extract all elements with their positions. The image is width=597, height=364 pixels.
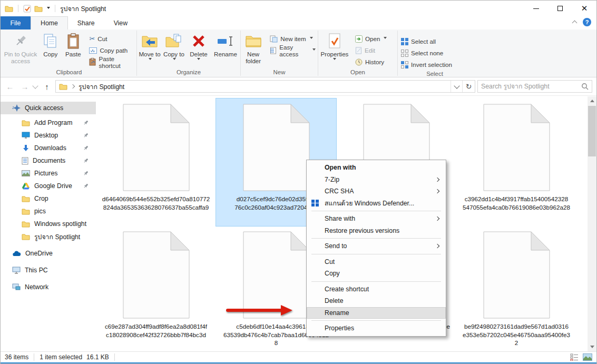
- address-dropdown-icon[interactable]: [451, 81, 462, 92]
- easy-access-icon: [270, 47, 277, 54]
- menu-item-cut[interactable]: Cut: [307, 256, 446, 268]
- file-tile[interactable]: be9f24980273161dad9e567d1ad0316e353e5b72…: [456, 226, 576, 353]
- forward-icon[interactable]: →: [18, 82, 31, 91]
- breadcrumb-chevron-icon[interactable]: [71, 84, 75, 88]
- quick-access-toolbar: [5, 5, 57, 13]
- menu-item-delete[interactable]: Delete: [307, 295, 446, 307]
- group-label-organize: Organize: [137, 68, 240, 77]
- file-tile[interactable]: d6464069b544e552b325efd70a810772824da365…: [96, 99, 216, 226]
- details-view-icon[interactable]: [570, 353, 579, 361]
- search-box[interactable]: [477, 80, 592, 93]
- paste-button[interactable]: Paste: [61, 31, 85, 57]
- copy-to-button[interactable]: Copy to: [162, 31, 186, 62]
- scroll-down-icon[interactable]: [588, 342, 596, 351]
- google-drive-icon: [22, 182, 30, 190]
- vertical-scrollbar[interactable]: [588, 96, 596, 351]
- group-organize: Move to Copy to Delete Rename Organize: [137, 29, 240, 77]
- file-tile[interactable]: c69e287ad304ff9adf8f6ea2a8d081f4fc180289…: [96, 226, 216, 353]
- cut-button[interactable]: ✂ Cut: [87, 33, 136, 44]
- sidebar-item-network[interactable]: Network: [1, 281, 96, 293]
- sidebar-item-pictures[interactable]: Pictures: [1, 167, 96, 180]
- select-none-button[interactable]: Select none: [399, 47, 454, 58]
- new-item-button[interactable]: New item: [268, 33, 318, 44]
- menu-item-crc-sha[interactable]: CRC SHA: [307, 185, 446, 198]
- menu-item-send-to[interactable]: Send to: [307, 240, 446, 252]
- ribbon-tabs: File Home Share View ?: [1, 16, 596, 29]
- sidebar-item-crop[interactable]: Crop: [1, 192, 96, 205]
- search-icon[interactable]: [581, 83, 589, 90]
- invert-selection-button[interactable]: Invert selection: [399, 59, 454, 70]
- collapse-ribbon-icon[interactable]: [572, 21, 578, 26]
- sidebar-item-quick-access[interactable]: Quick access: [1, 102, 96, 114]
- pin-to-quick-access-button[interactable]: Pin to Quick access: [2, 31, 40, 64]
- tab-file[interactable]: File: [1, 16, 31, 29]
- up-icon[interactable]: ↑: [41, 82, 53, 91]
- scroll-up-icon[interactable]: [588, 96, 596, 105]
- recent-locations-chevron-icon[interactable]: [32, 83, 38, 88]
- new-folder-toolbar-icon[interactable]: [34, 5, 43, 12]
- menu-item-copy[interactable]: Copy: [307, 268, 446, 280]
- paste-shortcut-button[interactable]: Paste shortcut: [87, 56, 136, 67]
- sidebar-item-google-drive[interactable]: Google Drive: [1, 180, 96, 192]
- rename-button[interactable]: Rename: [211, 31, 240, 57]
- open-button[interactable]: Open: [353, 33, 389, 44]
- folder-icon: [22, 208, 30, 215]
- sidebar-item-windows-spotlight[interactable]: Windows spotlight: [1, 218, 96, 230]
- sidebar-item-downloads[interactable]: Downloads: [1, 142, 96, 154]
- checkmark-icon[interactable]: [23, 5, 31, 13]
- file-name: c69e287ad304ff9adf8f6ea2a8d081f4fc180289…: [101, 322, 211, 339]
- edit-button[interactable]: Edit: [353, 45, 389, 56]
- tab-share[interactable]: Share: [68, 16, 104, 29]
- history-button[interactable]: History: [353, 56, 389, 67]
- sidebar-item-desktop[interactable]: Desktop: [1, 129, 96, 142]
- pictures-icon: [22, 170, 30, 176]
- search-input[interactable]: [481, 83, 581, 90]
- sidebar-item-documents[interactable]: Documents: [1, 154, 96, 167]
- sidebar-item-add-program[interactable]: Add Program: [1, 116, 96, 129]
- sidebar-item-onedrive[interactable]: OneDrive: [1, 247, 96, 260]
- windows-defender-icon: [311, 200, 319, 207]
- new-folder-button[interactable]: New folder: [241, 31, 266, 64]
- tab-view[interactable]: View: [104, 16, 137, 29]
- copy-path-button[interactable]: Copy path: [87, 45, 136, 56]
- menu-item-rename[interactable]: Rename: [307, 307, 446, 319]
- ribbon-home: Pin to Quick access Copy Paste ✂ Cut: [1, 29, 596, 77]
- menu-separator: [311, 320, 441, 321]
- menu-item-open-with[interactable]: Open with: [307, 162, 446, 174]
- tab-home[interactable]: Home: [31, 16, 68, 29]
- breadcrumb[interactable]: รูปจาก Spotlight: [79, 82, 124, 92]
- scrollbar-thumb[interactable]: [588, 106, 596, 156]
- file-tile[interactable]: c3962dd1c4b4f3917ffab15400542328547055ef…: [456, 99, 576, 226]
- close-button[interactable]: ✕: [572, 1, 596, 16]
- select-all-icon: [401, 38, 408, 45]
- delete-button[interactable]: Delete: [186, 31, 211, 62]
- move-to-button[interactable]: Move to: [138, 31, 162, 62]
- sidebar-item-spotlight-pictures[interactable]: รูปจาก Spotlight: [1, 230, 96, 243]
- quick-access-star-icon: [12, 104, 21, 112]
- refresh-icon[interactable]: ↻: [462, 81, 475, 92]
- pin-icon: [83, 145, 89, 151]
- properties-button[interactable]: Properties: [318, 31, 351, 62]
- menu-item-create-shortcut[interactable]: Create shortcut: [307, 283, 446, 296]
- maximize-button[interactable]: [548, 1, 572, 16]
- copy-button[interactable]: Copy: [40, 31, 61, 57]
- help-icon[interactable]: ?: [583, 18, 591, 26]
- sidebar-item-pics[interactable]: pics: [1, 205, 96, 218]
- sidebar-item-this-pc[interactable]: This PC: [1, 264, 96, 277]
- submenu-arrow-icon: [435, 177, 439, 181]
- back-icon[interactable]: ←: [4, 82, 16, 91]
- menu-item-7zip[interactable]: 7-Zip: [307, 174, 446, 186]
- copy-to-icon: [165, 32, 182, 50]
- menu-item-properties[interactable]: Properties: [307, 322, 446, 335]
- address-bar[interactable]: รูปจาก Spotlight ↻: [55, 80, 475, 93]
- menu-item-scan-with-defender[interactable]: สแกนด้วย Windows Defender...: [307, 198, 446, 210]
- large-icons-view-icon[interactable]: [583, 353, 592, 361]
- customize-toolbar-chevron-icon[interactable]: [47, 7, 50, 11]
- pin-icon: [14, 32, 27, 50]
- minimize-button[interactable]: [524, 1, 548, 16]
- select-all-button[interactable]: Select all: [399, 36, 454, 47]
- group-clipboard: Pin to Quick access Copy Paste ✂ Cut: [2, 29, 136, 77]
- easy-access-button[interactable]: Easy access: [268, 45, 318, 56]
- menu-item-restore-previous-versions[interactable]: Restore previous versions: [307, 225, 446, 237]
- menu-item-share-with[interactable]: Share with: [307, 213, 446, 225]
